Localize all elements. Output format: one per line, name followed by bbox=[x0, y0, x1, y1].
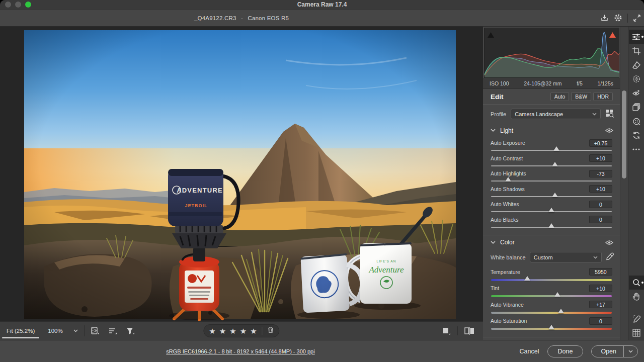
slider-track[interactable] bbox=[491, 180, 612, 182]
light-visibility-eye-icon[interactable] bbox=[605, 128, 613, 133]
collapse-color-icon[interactable] bbox=[491, 241, 496, 244]
slider-track[interactable] bbox=[491, 312, 612, 314]
slider-thumb[interactable] bbox=[548, 208, 554, 212]
crop-tool-button[interactable] bbox=[629, 44, 644, 58]
slider-label: Auto Shadows bbox=[491, 186, 525, 192]
slider-label: Auto Vibrance bbox=[491, 302, 524, 308]
slider-label: Tint bbox=[491, 285, 499, 291]
zoom-tool-button[interactable] bbox=[629, 276, 644, 290]
highlight-clipping-icon[interactable] bbox=[609, 31, 616, 40]
shadow-clipping-icon[interactable] bbox=[488, 31, 494, 40]
zoom-fit-tab[interactable]: Fit (25.2%) bbox=[0, 322, 41, 340]
slider-thumb[interactable] bbox=[548, 223, 554, 228]
slider-thumb[interactable] bbox=[552, 193, 558, 197]
slider-track[interactable] bbox=[491, 227, 612, 228]
cancel-button[interactable]: Cancel bbox=[520, 348, 539, 355]
slider-label: Auto Whites bbox=[491, 201, 519, 207]
trash-icon[interactable] bbox=[268, 326, 274, 335]
slider-label: Auto Exposure bbox=[491, 140, 525, 146]
slider-thumb[interactable] bbox=[558, 309, 564, 313]
slider-value[interactable]: +10 bbox=[589, 154, 612, 162]
slider-value[interactable]: +10 bbox=[589, 185, 612, 193]
photo-scene: ADVENTURE JETBOIL bbox=[24, 30, 456, 319]
collapse-light-icon[interactable] bbox=[491, 129, 496, 132]
photo-preview[interactable]: ADVENTURE JETBOIL bbox=[24, 30, 456, 319]
zoom-toolbar: Fit (25.2%) 100% ★ ★ ★ bbox=[0, 321, 483, 340]
healing-tool-button[interactable] bbox=[629, 58, 644, 72]
star-icon[interactable]: ★ bbox=[240, 327, 247, 335]
star-icon[interactable]: ★ bbox=[209, 327, 215, 335]
slider-thumb[interactable] bbox=[554, 292, 560, 297]
slider-value[interactable]: +10 bbox=[589, 285, 612, 292]
slider-value[interactable]: 0 bbox=[589, 317, 612, 325]
slider-track[interactable] bbox=[491, 295, 612, 297]
grid-overlay-button[interactable] bbox=[629, 326, 644, 340]
presets-tool-button[interactable] bbox=[629, 100, 644, 114]
before-after-icon[interactable] bbox=[460, 327, 479, 335]
filter-icon[interactable] bbox=[122, 322, 139, 340]
workflow-options-link[interactable]: sRGB IEC61966-2.1 - 8 bit - 8192 x 5464 … bbox=[24, 348, 457, 354]
filmstrip-toggle-icon[interactable] bbox=[87, 322, 104, 340]
edit-tool-button[interactable] bbox=[629, 30, 644, 44]
fullscreen-icon[interactable] bbox=[633, 14, 641, 22]
titlebar: Camera Raw 17.4 bbox=[0, 0, 644, 10]
color-visibility-eye-icon[interactable] bbox=[605, 240, 613, 245]
profile-browser-icon[interactable] bbox=[605, 109, 614, 119]
white-balance-select[interactable]: Custom bbox=[530, 252, 602, 262]
slider-track[interactable] bbox=[491, 279, 612, 281]
sync-tool-button[interactable] bbox=[629, 128, 644, 142]
sort-order-icon[interactable] bbox=[104, 322, 122, 340]
hand-tool-button[interactable] bbox=[629, 290, 644, 304]
white-balance-label: White balance bbox=[491, 254, 526, 260]
white-balance-eyedropper-icon[interactable] bbox=[606, 252, 614, 262]
open-options-chevron-icon[interactable] bbox=[623, 346, 637, 357]
more-options-icon[interactable] bbox=[629, 142, 644, 156]
slider-thumb[interactable] bbox=[524, 276, 530, 281]
hdr-button[interactable]: HDR bbox=[593, 92, 613, 101]
slider-track[interactable] bbox=[491, 165, 612, 166]
slider-thumb[interactable] bbox=[548, 325, 554, 329]
auto-button[interactable]: Auto bbox=[550, 92, 570, 101]
slider-track[interactable] bbox=[491, 328, 612, 330]
zoom-level-dropdown[interactable] bbox=[69, 322, 82, 340]
export-icon[interactable] bbox=[600, 14, 609, 22]
zoom-100-tab[interactable]: 100% bbox=[41, 322, 69, 340]
image-canvas: ADVENTURE JETBOIL bbox=[0, 27, 483, 321]
edit-panel: ISO 100 24-105@32 mm f/5 1/125s Edit Aut… bbox=[483, 27, 620, 340]
slider-thumb[interactable] bbox=[553, 146, 559, 151]
slider-thumb[interactable] bbox=[505, 177, 511, 182]
edit-panel-title: Edit bbox=[491, 93, 550, 101]
tool-strip bbox=[628, 27, 644, 340]
bw-button[interactable]: B&W bbox=[571, 92, 591, 101]
slider-track[interactable] bbox=[491, 150, 612, 151]
open-button[interactable]: Open bbox=[591, 345, 638, 357]
scrollbar-thumb[interactable] bbox=[622, 90, 626, 178]
slider-value[interactable]: 5950 bbox=[589, 268, 612, 276]
done-button[interactable]: Done bbox=[547, 345, 584, 357]
star-icon[interactable]: ★ bbox=[229, 327, 236, 335]
slider-value[interactable]: 0 bbox=[589, 201, 612, 208]
star-icon[interactable]: ★ bbox=[250, 327, 257, 335]
exif-shutter: 1/125s bbox=[597, 80, 613, 86]
slider-track[interactable] bbox=[491, 196, 612, 197]
filename: _Q4A9122.CR3 bbox=[194, 15, 236, 21]
red-eye-tool-button[interactable] bbox=[629, 86, 644, 100]
preview-mode-icon[interactable] bbox=[437, 327, 455, 335]
slider-thumb[interactable] bbox=[552, 162, 558, 166]
white-balance-sampler-button[interactable] bbox=[629, 312, 644, 326]
slider-value[interactable]: 0 bbox=[589, 216, 612, 223]
slider-value[interactable]: +0.75 bbox=[589, 139, 612, 147]
masking-tool-button[interactable] bbox=[629, 72, 644, 86]
slider-label: Auto Saturation bbox=[491, 318, 527, 324]
slider-value[interactable]: +17 bbox=[589, 301, 612, 308]
profile-select[interactable]: Camera Landscape bbox=[511, 109, 601, 119]
slider-track[interactable] bbox=[491, 211, 612, 212]
slider-value[interactable]: -73 bbox=[589, 170, 612, 177]
histogram[interactable] bbox=[484, 28, 619, 78]
adaptive-presets-tool-button[interactable] bbox=[629, 114, 644, 128]
panel-scrollbar[interactable] bbox=[620, 27, 628, 340]
light-section-title[interactable]: Light bbox=[500, 127, 601, 134]
settings-gear-icon[interactable] bbox=[614, 14, 622, 22]
color-section-title[interactable]: Color bbox=[500, 239, 601, 246]
star-icon[interactable]: ★ bbox=[219, 327, 226, 335]
